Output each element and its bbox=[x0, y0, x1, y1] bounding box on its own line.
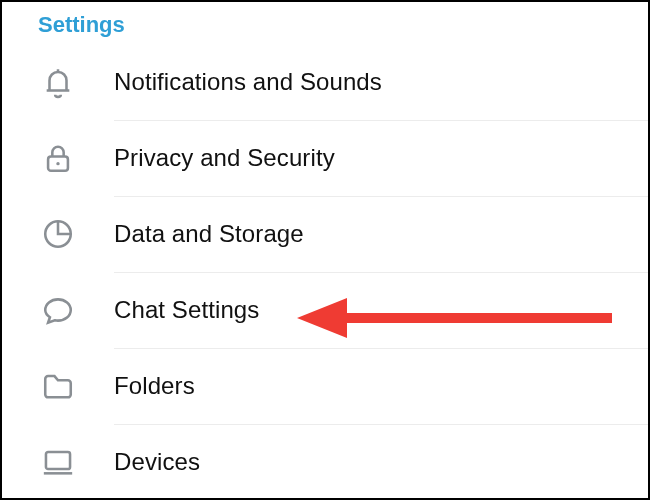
bell-icon bbox=[2, 65, 114, 99]
folder-icon bbox=[2, 369, 114, 403]
svg-point-1 bbox=[56, 162, 59, 165]
settings-item-label: Folders bbox=[114, 348, 648, 425]
settings-item-folders[interactable]: Folders bbox=[2, 348, 648, 424]
settings-item-notifications[interactable]: Notifications and Sounds bbox=[2, 44, 648, 120]
settings-item-label: Privacy and Security bbox=[114, 120, 648, 197]
settings-item-label: Chat Settings bbox=[114, 272, 648, 349]
settings-item-label: Devices bbox=[114, 424, 648, 500]
settings-item-label: Notifications and Sounds bbox=[114, 44, 648, 121]
settings-item-chat[interactable]: Chat Settings bbox=[2, 272, 648, 348]
settings-screen: Settings Notifications and Sounds bbox=[0, 0, 650, 500]
pie-icon bbox=[2, 217, 114, 251]
lock-icon bbox=[2, 141, 114, 175]
settings-item-label: Data and Storage bbox=[114, 196, 648, 273]
device-icon bbox=[2, 445, 114, 479]
svg-rect-3 bbox=[46, 452, 70, 469]
settings-list: Notifications and Sounds Privacy and Sec… bbox=[2, 44, 648, 500]
section-header: Settings bbox=[2, 2, 648, 44]
chat-icon bbox=[2, 293, 114, 327]
settings-item-privacy[interactable]: Privacy and Security bbox=[2, 120, 648, 196]
settings-item-data[interactable]: Data and Storage bbox=[2, 196, 648, 272]
settings-item-devices[interactable]: Devices bbox=[2, 424, 648, 500]
